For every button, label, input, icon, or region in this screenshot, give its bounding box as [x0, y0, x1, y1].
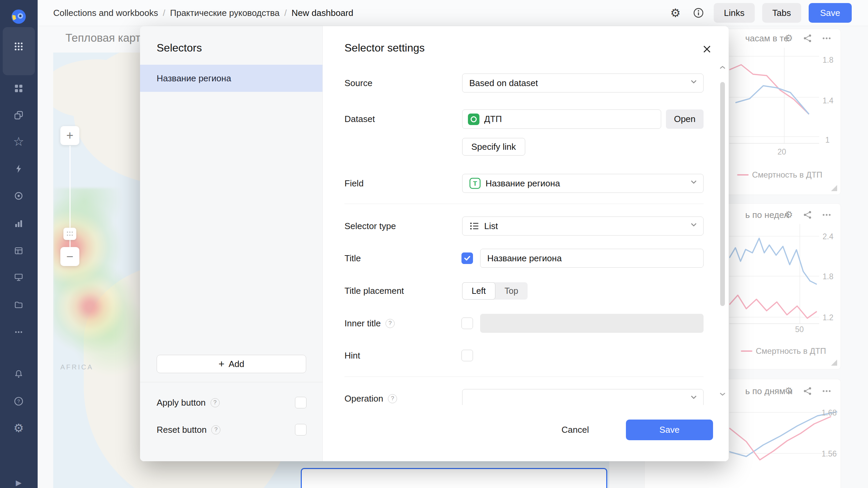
chart-more-icon[interactable] — [821, 33, 832, 44]
chart-title: часам в те — [745, 33, 789, 44]
more-icon[interactable] — [9, 323, 28, 342]
settings-icon[interactable]: ⚙ — [9, 419, 28, 438]
line-chart — [729, 48, 819, 144]
monitor-icon[interactable] — [9, 268, 28, 287]
help-icon[interactable]: ? — [211, 398, 220, 407]
selectors-panel-title: Selectors — [157, 42, 202, 54]
map-zoom-in-button[interactable]: + — [60, 126, 79, 145]
series-pink — [729, 65, 809, 114]
open-dataset-button[interactable]: Open — [666, 109, 704, 129]
field-select[interactable]: T Название региона — [462, 174, 704, 193]
check-icon — [463, 254, 471, 262]
dashboard-selector-widget[interactable] — [301, 468, 607, 488]
links-button[interactable]: Links — [714, 3, 755, 23]
chart-title: ь по недел — [745, 210, 789, 220]
chart-share-icon[interactable] — [802, 209, 813, 221]
chart-settings-gear-icon[interactable]: ⚙ — [783, 33, 794, 44]
reset-button-option: Reset button ? — [157, 424, 220, 435]
inner-title-label: Inner title ? — [344, 314, 395, 333]
chevron-down-icon — [690, 78, 698, 88]
y-tick: 1.56 — [822, 449, 837, 459]
help-icon[interactable]: ? — [211, 425, 220, 434]
info-icon[interactable] — [691, 5, 706, 21]
add-selector-button[interactable]: + Add — [157, 355, 306, 373]
lightning-icon[interactable] — [9, 159, 28, 178]
placement-top-option[interactable]: Top — [495, 282, 528, 300]
source-label: Source — [344, 74, 372, 93]
dataset-field[interactable]: ДТП — [462, 109, 661, 129]
map-zoom-handle[interactable] — [63, 228, 76, 240]
chevron-down-icon — [690, 178, 698, 189]
chart-settings-gear-icon[interactable]: ⚙ — [783, 385, 794, 397]
cancel-button[interactable]: Cancel — [558, 420, 593, 440]
apply-button-checkbox[interactable] — [295, 397, 307, 408]
placement-left-option[interactable]: Left — [462, 282, 495, 300]
breadcrumb-workbook[interactable]: Практические руководства — [170, 8, 280, 18]
modal-save-button[interactable]: Save — [626, 420, 713, 440]
bar-chart-icon[interactable] — [9, 214, 28, 233]
folder-icon[interactable] — [9, 296, 28, 314]
dashboard-save-button[interactable]: Save — [809, 3, 852, 23]
chart-more-icon[interactable] — [821, 209, 832, 221]
widget-resize-handle[interactable] — [831, 185, 837, 191]
specify-link-button[interactable]: Specify link — [462, 138, 525, 156]
scrollbar-thumb[interactable] — [720, 82, 725, 306]
inner-title-text: Inner title — [344, 318, 381, 329]
x-tick: 50 — [795, 325, 804, 334]
scroll-down-icon[interactable] — [719, 391, 726, 397]
modal-footer: Cancel Save — [323, 405, 729, 461]
dashboard-settings-gear-icon[interactable]: ⚙ — [668, 5, 683, 21]
apps-grid-icon[interactable] — [9, 37, 28, 56]
widgets-icon[interactable] — [9, 79, 28, 98]
hint-checkbox[interactable] — [461, 350, 473, 361]
reset-button-label: Reset button — [157, 425, 206, 435]
chart-share-icon[interactable] — [802, 385, 813, 397]
line-chart — [729, 224, 819, 324]
field-label: Field — [344, 174, 363, 193]
help-icon[interactable]: ? — [386, 319, 395, 328]
breadcrumb-separator: / — [163, 8, 165, 18]
source-select[interactable]: Based on dataset — [462, 74, 704, 93]
source-value: Based on dataset — [469, 78, 538, 88]
title-input-value: Название региона — [487, 253, 562, 264]
layers-icon[interactable] — [9, 106, 28, 125]
title-placement-label: Title placement — [344, 282, 404, 300]
x-tick: 20 — [777, 147, 786, 157]
star-icon[interactable]: ☆ — [9, 132, 28, 151]
inner-title-checkbox[interactable] — [461, 318, 473, 329]
widget-resize-handle[interactable] — [831, 360, 837, 366]
selector-type-select[interactable]: List — [462, 217, 704, 236]
title-checkbox[interactable] — [461, 252, 473, 264]
selector-list-item[interactable]: Название региона — [140, 65, 322, 92]
breadcrumb-collections[interactable]: Collections and workbooks — [53, 8, 158, 18]
help-icon[interactable]: ? — [9, 392, 28, 411]
scroll-up-icon[interactable] — [719, 65, 726, 70]
apply-button-label: Apply button — [157, 398, 206, 408]
add-selector-label: Add — [229, 359, 244, 369]
y-tick: 2.4 — [823, 232, 833, 241]
series-blue — [735, 86, 809, 114]
breadcrumb-current: New dashboard — [292, 8, 353, 18]
title-input[interactable]: Название региона — [480, 249, 704, 268]
chart-more-icon[interactable] — [821, 385, 832, 397]
legend-swatch — [741, 350, 752, 352]
chart-share-icon[interactable] — [802, 33, 813, 44]
target-icon[interactable] — [9, 186, 28, 205]
panel-divider — [140, 382, 322, 382]
apply-button-option: Apply button ? — [157, 397, 220, 408]
drag-dots-icon — [66, 231, 74, 237]
inner-title-input — [480, 314, 704, 333]
reset-button-checkbox[interactable] — [295, 424, 307, 435]
close-icon[interactable] — [700, 42, 714, 56]
bell-icon[interactable] — [9, 365, 28, 384]
map-zoom-out-button[interactable]: − — [60, 247, 79, 266]
chart-settings-gear-icon[interactable]: ⚙ — [783, 209, 794, 221]
datalens-logo[interactable] — [11, 9, 26, 26]
expand-icon[interactable]: ▶ — [9, 473, 28, 488]
dataset-icon — [468, 114, 479, 125]
help-icon[interactable]: ? — [388, 394, 397, 403]
tabs-button[interactable]: Tabs — [762, 3, 801, 23]
y-tick: 1.2 — [823, 313, 833, 322]
y-tick: 1.4 — [823, 96, 833, 105]
table-icon[interactable] — [9, 241, 28, 260]
